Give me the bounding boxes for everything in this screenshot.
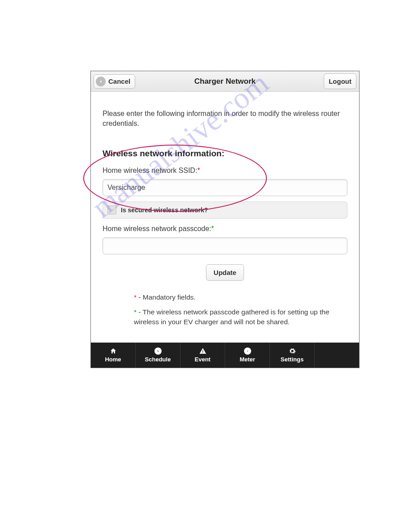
notes-block: * - Mandatory fields. * - The wireless n…	[103, 292, 347, 327]
ssid-input[interactable]	[103, 179, 347, 196]
secured-network-checkbox[interactable]	[107, 206, 116, 215]
nav-meter[interactable]: Meter	[225, 343, 270, 368]
home-icon	[110, 348, 117, 355]
section-heading: Wireless network information:	[103, 149, 347, 159]
nav-event-label: Event	[195, 356, 210, 363]
bottom-nav: Home Schedule Event Meter Settings	[91, 343, 359, 368]
nav-meter-label: Meter	[240, 356, 255, 363]
note-passcode: * - The wireless network passcode gather…	[134, 307, 347, 327]
note-passcode-text: - The wireless network passcode gathered…	[134, 308, 330, 326]
nav-settings[interactable]: Settings	[270, 343, 315, 368]
clock-icon	[154, 348, 162, 355]
ssid-label: Home wireless network SSID:*	[103, 167, 347, 175]
cancel-button[interactable]: Cancel	[94, 74, 135, 89]
nav-event[interactable]: Event	[180, 343, 225, 368]
ssid-required-marker: *	[197, 167, 200, 174]
passcode-required-marker: *	[211, 225, 214, 232]
nav-home-label: Home	[105, 356, 121, 363]
nav-schedule-label: Schedule	[145, 356, 171, 363]
info-icon	[244, 348, 251, 355]
note-mandatory-text: - Mandatory fields.	[137, 293, 196, 301]
nav-schedule[interactable]: Schedule	[136, 343, 180, 368]
logout-button[interactable]: Logout	[324, 73, 356, 89]
gear-icon	[289, 348, 296, 355]
cancel-label: Cancel	[108, 77, 130, 85]
intro-text: Please enter the following information i…	[103, 109, 347, 128]
top-bar: Cancel Charger Network Logout	[91, 71, 359, 92]
content-area: Please enter the following information i…	[91, 92, 359, 343]
update-button[interactable]: Update	[206, 264, 244, 281]
nav-settings-label: Settings	[281, 356, 304, 363]
passcode-label: Home wireless network passcode:*	[103, 225, 347, 233]
nav-spacer	[315, 343, 359, 368]
note-mandatory: * - Mandatory fields.	[134, 292, 347, 302]
alert-icon	[199, 348, 206, 355]
secured-network-row[interactable]: Is secured wireless network?	[103, 202, 347, 219]
ssid-label-text: Home wireless network SSID:	[103, 167, 197, 174]
secured-network-label: Is secured wireless network?	[121, 206, 208, 214]
passcode-label-text: Home wireless network passcode:	[103, 225, 211, 232]
nav-home[interactable]: Home	[91, 343, 136, 368]
app-window: Cancel Charger Network Logout Please ent…	[90, 71, 360, 368]
back-arrow-icon	[96, 77, 106, 86]
passcode-input[interactable]	[103, 237, 347, 254]
